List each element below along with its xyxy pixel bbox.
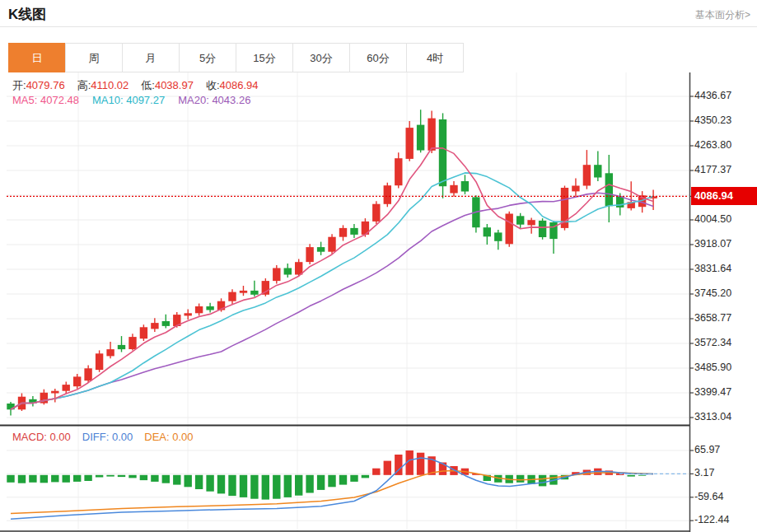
dea-value: 0.00 (172, 431, 193, 443)
page-title: K线图 (8, 5, 46, 24)
macd-axis-label: -59.64 (694, 491, 754, 502)
macd-bar (362, 475, 369, 478)
macd-readout: MACD: 0.00DIFF: 0.00DEA: 0.00 (12, 431, 194, 443)
macd-bar (262, 475, 269, 500)
ma10-readout: MA10: 4097.27 (92, 94, 165, 106)
candle-body (96, 353, 103, 370)
y-axis-label: 3399.47 (694, 386, 754, 398)
candle-body (328, 237, 335, 252)
tab-60min[interactable]: 60分 (349, 43, 407, 72)
macd-bar (7, 475, 14, 483)
y-axis-label: 4436.67 (694, 90, 754, 101)
macd-bar (638, 475, 646, 476)
macd-bar (140, 475, 147, 480)
ma20-value: 4043.26 (212, 94, 250, 106)
candle-body (306, 247, 313, 262)
candle-body (572, 186, 579, 192)
fundamental-analysis-link[interactable]: 基本面分析> (695, 8, 750, 22)
ma5-line (11, 148, 653, 410)
candle-body (527, 220, 535, 225)
ma-readout: MA5: 4072.48MA10: 4097.27MA20: 4043.26 (12, 94, 250, 106)
candle-body (185, 313, 192, 315)
macd-bar (417, 453, 424, 475)
macd-bar (539, 475, 546, 487)
macd-bar (195, 475, 203, 489)
candle-body (151, 323, 158, 329)
tab-30min[interactable]: 30分 (292, 43, 350, 72)
candle-body (273, 268, 280, 282)
macd-bar (306, 475, 313, 493)
tab-week[interactable]: 周 (65, 43, 123, 72)
ma5-readout: MA5: 4072.48 (12, 94, 79, 106)
candle-body (406, 128, 414, 159)
macd-axis-label: 65.97 (694, 444, 754, 455)
candle-body (428, 119, 435, 151)
ma10-line (11, 173, 653, 409)
tab-5min[interactable]: 5分 (179, 43, 236, 72)
diff-value: 0.00 (112, 431, 133, 443)
open-value: 4079.76 (26, 79, 65, 91)
candle-body (583, 165, 591, 185)
diff-readout-item: DIFF: 0.00 (82, 431, 133, 443)
y-axis-label: 4350.23 (694, 114, 754, 126)
dea-readout-item: DEA: 0.00 (144, 431, 193, 443)
diff-label: DIFF: (82, 431, 110, 443)
y-axis-label: 3572.34 (694, 337, 754, 348)
candle-body (339, 228, 347, 237)
macd-readout-item: MACD: 0.00 (12, 431, 71, 443)
candle-body (284, 268, 292, 275)
ma10-value: 4097.27 (126, 94, 165, 106)
y-axis-label: 3831.64 (694, 263, 754, 274)
low-value: 4038.97 (155, 79, 194, 91)
candle-body (594, 165, 601, 177)
header-divider (0, 26, 757, 27)
candle-body (384, 185, 391, 204)
macd-axis-label: 3.17 (694, 467, 754, 478)
macd-bar (339, 475, 347, 485)
macd-bar (40, 475, 48, 483)
candle-body (539, 221, 546, 237)
candle-body (228, 292, 236, 301)
macd-bar (96, 475, 103, 478)
high-value: 4110.02 (91, 79, 129, 91)
candle-body (317, 247, 325, 252)
tab-month[interactable]: 月 (122, 43, 180, 72)
candle-body (350, 228, 357, 235)
kline-app: K线图 基本面分析> 日 周 月 5分 15分 30分 60分 4时 开:407… (0, 0, 757, 532)
macd-bar (51, 475, 58, 483)
macd-bar (350, 475, 357, 482)
macd-bar (29, 475, 36, 483)
close-value: 4086.94 (220, 79, 259, 91)
open-label: 开: (12, 79, 26, 91)
candle-body (206, 306, 213, 310)
macd-bar (628, 475, 635, 477)
ma5-value: 4072.48 (40, 94, 79, 106)
macd-bar (73, 475, 81, 482)
candle-body (250, 291, 258, 295)
candle-body (63, 385, 70, 391)
macd-bar (516, 475, 524, 483)
y-axis-label: 4263.80 (694, 139, 754, 151)
dea-label: DEA: (144, 431, 169, 443)
macd-bar (151, 475, 158, 482)
ma5-label: MA5: (12, 94, 37, 106)
tab-4hour[interactable]: 4时 (406, 43, 464, 72)
macd-bar (18, 475, 26, 483)
ohlc-readout: 开:4079.76高:4110.02低:4038.97收:4086.94 (12, 78, 271, 93)
macd-bar (328, 475, 335, 488)
candle-body (417, 125, 424, 151)
current-price-badge: 4086.94 (691, 187, 757, 205)
candle-body (372, 204, 380, 222)
high-label: 高: (77, 79, 91, 91)
macd-bar (273, 475, 280, 499)
candle-body (195, 306, 203, 313)
tab-15min[interactable]: 15分 (236, 43, 293, 72)
candle-body (51, 391, 58, 394)
ma20-readout: MA20: 4043.26 (178, 94, 250, 106)
macd-bar (129, 475, 136, 478)
macd-bar (162, 475, 170, 483)
tab-day[interactable]: 日 (8, 43, 66, 72)
y-axis-label: 4004.50 (694, 213, 754, 225)
macd-bar (84, 475, 91, 481)
candle-body (450, 185, 457, 194)
